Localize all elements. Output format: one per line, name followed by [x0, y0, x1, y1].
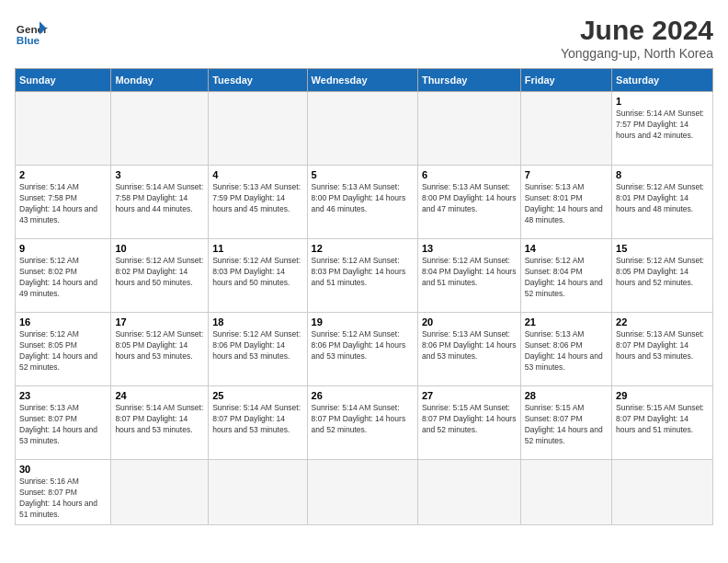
day-number: 16 — [19, 316, 107, 327]
calendar-day-cell: 7Sunrise: 5:13 AM Sunset: 8:01 PM Daylig… — [520, 166, 611, 239]
calendar-day-cell — [612, 460, 713, 525]
day-number: 6 — [422, 169, 517, 180]
day-info: Sunrise: 5:14 AM Sunset: 8:07 PM Dayligh… — [115, 403, 204, 436]
day-number: 29 — [616, 390, 709, 401]
day-info: Sunrise: 5:15 AM Sunset: 8:07 PM Dayligh… — [616, 403, 709, 436]
day-number: 8 — [616, 169, 709, 180]
day-info: Sunrise: 5:14 AM Sunset: 8:07 PM Dayligh… — [312, 403, 414, 436]
day-info: Sunrise: 5:14 AM Sunset: 8:07 PM Dayligh… — [212, 403, 302, 436]
day-info: Sunrise: 5:12 AM Sunset: 8:05 PM Dayligh… — [616, 256, 709, 289]
day-info: Sunrise: 5:12 AM Sunset: 8:04 PM Dayligh… — [422, 256, 517, 289]
calendar-day-cell — [111, 460, 209, 525]
calendar-day-cell: 9Sunrise: 5:12 AM Sunset: 8:02 PM Daylig… — [16, 239, 111, 313]
calendar-week-row: 2Sunrise: 5:14 AM Sunset: 7:58 PM Daylig… — [16, 166, 713, 239]
calendar-day-cell: 19Sunrise: 5:12 AM Sunset: 8:06 PM Dayli… — [307, 313, 417, 386]
calendar-week-row: 23Sunrise: 5:13 AM Sunset: 8:07 PM Dayli… — [16, 386, 713, 460]
day-info: Sunrise: 5:12 AM Sunset: 8:01 PM Dayligh… — [616, 182, 709, 215]
calendar-day-cell: 18Sunrise: 5:12 AM Sunset: 8:06 PM Dayli… — [209, 313, 307, 386]
calendar-day-cell — [16, 92, 111, 166]
day-number: 1 — [616, 96, 709, 107]
calendar-day-cell: 30Sunrise: 5:16 AM Sunset: 8:07 PM Dayli… — [16, 460, 111, 525]
weekday-header-thursday: Thursday — [417, 69, 520, 92]
day-info: Sunrise: 5:13 AM Sunset: 8:00 PM Dayligh… — [422, 182, 517, 215]
day-number: 13 — [422, 243, 517, 254]
title-area: June 2024 Yonggang-up, North Korea — [561, 15, 713, 61]
calendar-day-cell: 24Sunrise: 5:14 AM Sunset: 8:07 PM Dayli… — [111, 386, 209, 460]
calendar-day-cell: 12Sunrise: 5:12 AM Sunset: 8:03 PM Dayli… — [307, 239, 417, 313]
day-info: Sunrise: 5:12 AM Sunset: 8:02 PM Dayligh… — [19, 256, 107, 300]
calendar-day-cell: 5Sunrise: 5:13 AM Sunset: 8:00 PM Daylig… — [307, 166, 417, 239]
day-number: 11 — [212, 243, 302, 254]
day-info: Sunrise: 5:12 AM Sunset: 8:03 PM Dayligh… — [212, 256, 302, 289]
svg-text:Blue: Blue — [17, 34, 40, 46]
day-number: 22 — [616, 316, 709, 327]
weekday-header-friday: Friday — [520, 69, 611, 92]
calendar-day-cell — [111, 92, 209, 166]
day-info: Sunrise: 5:14 AM Sunset: 7:58 PM Dayligh… — [19, 182, 107, 226]
day-info: Sunrise: 5:13 AM Sunset: 8:00 PM Dayligh… — [312, 182, 414, 215]
calendar-day-cell: 20Sunrise: 5:13 AM Sunset: 8:06 PM Dayli… — [417, 313, 520, 386]
weekday-header-sunday: Sunday — [16, 69, 111, 92]
subtitle: Yonggang-up, North Korea — [561, 46, 713, 61]
calendar-day-cell — [520, 460, 611, 525]
calendar-day-cell — [209, 92, 307, 166]
day-info: Sunrise: 5:12 AM Sunset: 8:06 PM Dayligh… — [212, 329, 302, 362]
calendar-day-cell: 15Sunrise: 5:12 AM Sunset: 8:05 PM Dayli… — [612, 239, 713, 313]
day-info: Sunrise: 5:12 AM Sunset: 8:03 PM Dayligh… — [312, 256, 414, 289]
weekday-header-wednesday: Wednesday — [307, 69, 417, 92]
day-number: 23 — [19, 390, 107, 401]
day-info: Sunrise: 5:13 AM Sunset: 8:06 PM Dayligh… — [422, 329, 517, 362]
logo-icon: General Blue — [15, 15, 48, 48]
weekday-header-row: SundayMondayTuesdayWednesdayThursdayFrid… — [16, 69, 713, 92]
calendar-day-cell: 2Sunrise: 5:14 AM Sunset: 7:58 PM Daylig… — [16, 166, 111, 239]
calendar-day-cell: 8Sunrise: 5:12 AM Sunset: 8:01 PM Daylig… — [612, 166, 713, 239]
day-number: 30 — [19, 464, 107, 475]
day-number: 17 — [115, 316, 204, 327]
day-info: Sunrise: 5:12 AM Sunset: 8:05 PM Dayligh… — [115, 329, 204, 362]
day-info: Sunrise: 5:13 AM Sunset: 8:07 PM Dayligh… — [19, 403, 107, 447]
day-info: Sunrise: 5:13 AM Sunset: 8:06 PM Dayligh… — [525, 329, 608, 373]
calendar-week-row: 9Sunrise: 5:12 AM Sunset: 8:02 PM Daylig… — [16, 239, 713, 313]
day-number: 28 — [525, 390, 608, 401]
day-number: 24 — [115, 390, 204, 401]
day-number: 2 — [19, 169, 107, 180]
calendar-day-cell — [520, 92, 611, 166]
calendar-week-row: 16Sunrise: 5:12 AM Sunset: 8:05 PM Dayli… — [16, 313, 713, 386]
day-info: Sunrise: 5:14 AM Sunset: 7:58 PM Dayligh… — [115, 182, 204, 215]
calendar-day-cell: 17Sunrise: 5:12 AM Sunset: 8:05 PM Dayli… — [111, 313, 209, 386]
day-info: Sunrise: 5:16 AM Sunset: 8:07 PM Dayligh… — [19, 477, 107, 521]
day-number: 21 — [525, 316, 608, 327]
day-number: 9 — [19, 243, 107, 254]
day-number: 12 — [312, 243, 414, 254]
day-number: 26 — [312, 390, 414, 401]
calendar-day-cell: 23Sunrise: 5:13 AM Sunset: 8:07 PM Dayli… — [16, 386, 111, 460]
day-number: 27 — [422, 390, 517, 401]
day-number: 25 — [212, 390, 302, 401]
day-number: 4 — [212, 169, 302, 180]
page-header: General Blue June 2024 Yonggang-up, Nort… — [15, 15, 713, 61]
calendar-week-row: 30Sunrise: 5:16 AM Sunset: 8:07 PM Dayli… — [16, 460, 713, 525]
weekday-header-monday: Monday — [111, 69, 209, 92]
calendar-day-cell — [209, 460, 307, 525]
weekday-header-saturday: Saturday — [612, 69, 713, 92]
calendar-day-cell: 10Sunrise: 5:12 AM Sunset: 8:02 PM Dayli… — [111, 239, 209, 313]
calendar-day-cell: 28Sunrise: 5:15 AM Sunset: 8:07 PM Dayli… — [520, 386, 611, 460]
calendar-day-cell: 25Sunrise: 5:14 AM Sunset: 8:07 PM Dayli… — [209, 386, 307, 460]
calendar-day-cell — [307, 460, 417, 525]
calendar-day-cell: 1Sunrise: 5:14 AM Sunset: 7:57 PM Daylig… — [612, 92, 713, 166]
day-info: Sunrise: 5:12 AM Sunset: 8:06 PM Dayligh… — [312, 329, 414, 362]
calendar-day-cell: 14Sunrise: 5:12 AM Sunset: 8:04 PM Dayli… — [520, 239, 611, 313]
day-info: Sunrise: 5:13 AM Sunset: 8:07 PM Dayligh… — [616, 329, 709, 362]
calendar-day-cell: 22Sunrise: 5:13 AM Sunset: 8:07 PM Dayli… — [612, 313, 713, 386]
day-info: Sunrise: 5:15 AM Sunset: 8:07 PM Dayligh… — [525, 403, 608, 447]
calendar-table: SundayMondayTuesdayWednesdayThursdayFrid… — [15, 68, 713, 525]
day-number: 20 — [422, 316, 517, 327]
calendar-day-cell: 4Sunrise: 5:13 AM Sunset: 7:59 PM Daylig… — [209, 166, 307, 239]
day-info: Sunrise: 5:14 AM Sunset: 7:57 PM Dayligh… — [616, 109, 709, 142]
calendar-week-row: 1Sunrise: 5:14 AM Sunset: 7:57 PM Daylig… — [16, 92, 713, 166]
day-number: 5 — [312, 169, 414, 180]
day-number: 14 — [525, 243, 608, 254]
calendar-day-cell: 11Sunrise: 5:12 AM Sunset: 8:03 PM Dayli… — [209, 239, 307, 313]
calendar-day-cell: 27Sunrise: 5:15 AM Sunset: 8:07 PM Dayli… — [417, 386, 520, 460]
logo: General Blue — [15, 15, 48, 48]
